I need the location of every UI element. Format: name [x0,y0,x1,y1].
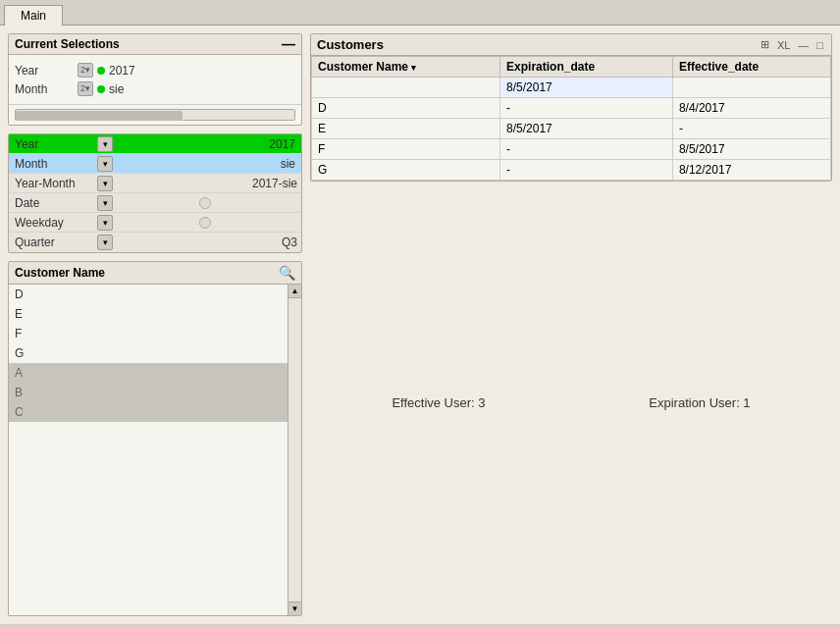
filter-year-value: 2017 [113,137,301,151]
cell-expiration-g: - [500,160,673,181]
filter-weekday-dropdown[interactable]: ▾ [97,215,113,231]
list-item-a[interactable]: A [9,363,288,383]
filter-date-dropdown[interactable]: ▾ [97,195,113,211]
customers-table: Customer Name Expiration_date Effective_… [311,56,831,181]
filter-date-circle [199,197,211,209]
filter-year-dropdown[interactable]: ▾ [97,136,113,152]
main-content: Current Selections — Year 2▾ 2017 Month … [0,25,840,624]
filter-box: Year ▾ 2017 Month ▾ sie Year-Month ▾ 201… [8,133,302,253]
h-scrollbar-thumb [16,111,183,121]
table-subheader-row: 8/5/2017 [312,78,831,98]
col-expiration-date[interactable]: Expiration_date [500,57,673,78]
expiration-stat: Expiration User: 1 [649,395,750,410]
selection-row-year: Year 2▾ 2017 [15,61,295,79]
current-selections-box: Current Selections — Year 2▾ 2017 Month … [8,33,302,126]
tab-bar: Main [0,0,840,25]
month-dot [97,85,105,93]
xl-icon[interactable]: XL [775,39,792,51]
list-item-e[interactable]: E [9,304,288,324]
current-selections-header: Current Selections — [9,34,301,55]
cell-name-g: G [312,160,500,181]
filter-month-label: Month [9,157,97,171]
year-icon[interactable]: 2▾ [78,63,93,78]
customer-name-title: Customer Name [15,266,105,280]
tab-main[interactable]: Main [4,5,63,26]
restore-icon[interactable]: — [796,39,811,51]
table-body: D - 8/4/2017 E 8/5/2017 - F - 8/5/2017 [312,98,831,181]
filter-row-quarter: Quarter ▾ Q3 [9,233,301,252]
year-value: 2017 [109,64,135,78]
table-icon[interactable]: ⊞ [759,38,771,51]
customer-list-items: D E F G A B C [9,285,288,615]
filter-row-date: Date ▾ [9,193,301,213]
scrollbar-up-button[interactable]: ▲ [289,285,302,298]
customer-list: D E F G A B C ▲ ▼ [9,285,301,615]
h-scrollbar-area [9,104,301,125]
filter-date-label: Date [9,196,97,210]
selection-row-month: Month 2▾ sie [15,79,295,98]
right-panel: Customers ⊞ XL — □ Customer Name Expirat… [310,33,832,616]
subheader-name [312,78,500,98]
scrollbar-down-button[interactable]: ▼ [289,601,302,615]
cell-expiration-f: - [500,139,673,160]
customer-name-box: Customer Name 🔍 D E F G A B C ▲ ▼ [8,261,302,616]
customers-box: Customers ⊞ XL — □ Customer Name Expirat… [310,33,832,182]
filter-yearmonth-value: 2017-sie [113,177,301,190]
table-row[interactable]: F - 8/5/2017 [312,139,831,160]
effective-stat: Effective User: 3 [392,395,485,410]
cell-expiration-d: - [500,98,673,119]
table-header-row: Customer Name Expiration_date Effective_… [312,57,831,78]
col-customer-name[interactable]: Customer Name [312,57,500,78]
month-label: Month [15,82,74,96]
filter-month-dropdown[interactable]: ▾ [97,156,113,172]
filter-quarter-label: Quarter [9,235,97,249]
filter-quarter-value: Q3 [113,235,301,249]
month-value: sie [109,82,124,96]
cell-effective-g: 8/12/2017 [672,160,830,181]
h-scrollbar[interactable] [15,109,295,121]
filter-quarter-dropdown[interactable]: ▾ [97,235,113,250]
year-dot [97,67,105,75]
minimize-button[interactable]: — [282,37,295,51]
left-panel: Current Selections — Year 2▾ 2017 Month … [8,33,302,616]
col-effective-date[interactable]: Effective_date [672,57,830,78]
table-row[interactable]: E 8/5/2017 - [312,119,831,139]
customers-title: Customers [317,37,384,52]
cell-name-f: F [312,139,500,160]
filter-row-weekday: Weekday ▾ [9,213,301,233]
month-icon[interactable]: 2▾ [78,81,93,96]
filter-weekday-label: Weekday [9,216,97,230]
current-selections-title: Current Selections [15,37,120,51]
subheader-effective [672,78,830,98]
current-selections-content: Year 2▾ 2017 Month 2▾ sie [9,55,301,104]
cell-effective-f: 8/5/2017 [672,139,830,160]
cell-effective-e: - [672,119,830,139]
list-item-f[interactable]: F [9,324,288,343]
table-row[interactable]: D - 8/4/2017 [312,98,831,119]
filter-yearmonth-label: Year-Month [9,177,97,190]
year-label: Year [15,64,74,78]
filter-row-month: Month ▾ sie [9,154,301,174]
list-item-g[interactable]: G [9,343,288,363]
cell-name-d: D [312,98,500,119]
search-icon[interactable]: 🔍 [279,265,295,281]
subheader-expiration: 8/5/2017 [500,78,673,98]
filter-month-value: sie [113,157,301,171]
customers-header: Customers ⊞ XL — □ [311,34,831,56]
filter-weekday-circle [199,217,211,229]
stats-area: Effective User: 3 Expiration User: 1 [310,189,832,616]
cell-expiration-e: 8/5/2017 [500,119,673,139]
close-icon[interactable]: □ [814,39,825,51]
customers-icons: ⊞ XL — □ [759,38,825,51]
list-item-d[interactable]: D [9,285,288,304]
list-item-b[interactable]: B [9,383,288,402]
customer-name-header: Customer Name 🔍 [9,262,301,285]
list-scrollbar: ▲ ▼ [288,285,301,615]
filter-row-yearmonth: Year-Month ▾ 2017-sie [9,174,301,193]
filter-yearmonth-dropdown[interactable]: ▾ [97,176,113,191]
table-row[interactable]: G - 8/12/2017 [312,160,831,181]
list-item-c[interactable]: C [9,402,288,422]
cell-name-e: E [312,119,500,139]
filter-row-year: Year ▾ 2017 [9,134,301,154]
filter-year-label: Year [9,137,97,151]
